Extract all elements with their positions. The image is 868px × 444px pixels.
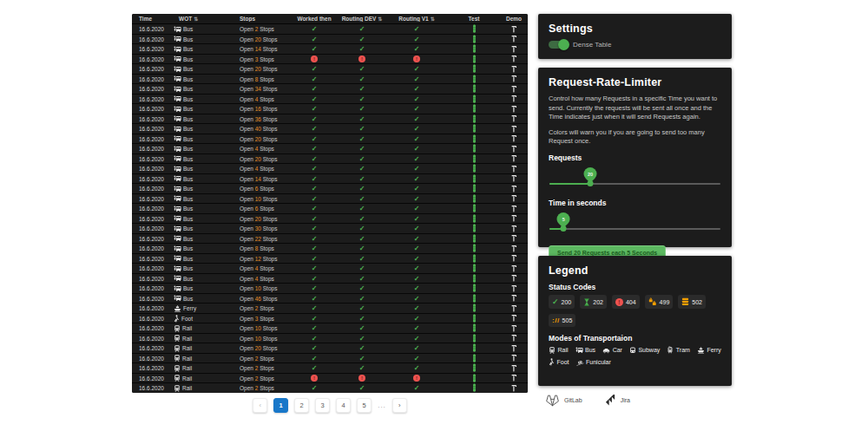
row-test[interactable] <box>448 224 500 233</box>
row-demo[interactable] <box>500 174 528 183</box>
table-row[interactable]: 16.6.2020 Rail Open 2 Stops ! ! ! <box>132 374 528 384</box>
row-test[interactable] <box>448 44 500 54</box>
row-demo[interactable] <box>500 55 528 63</box>
table-row[interactable]: 16.6.2020 Bus Open 6 Stops ✓ ✓ ✓ <box>132 204 528 214</box>
slider-thumb[interactable] <box>560 225 566 232</box>
row-test[interactable] <box>448 254 500 264</box>
row-test[interactable] <box>448 164 500 173</box>
row-demo[interactable] <box>500 95 528 103</box>
row-demo[interactable] <box>500 75 528 83</box>
row-demo[interactable] <box>500 344 528 353</box>
page-button-4[interactable]: 4 <box>336 398 351 413</box>
table-row[interactable]: 16.6.2020 Bus Open 4 Stops ✓ ✓ ✓ <box>132 95 528 105</box>
row-test[interactable] <box>448 204 500 213</box>
table-row[interactable]: 16.6.2020 Bus Open 20 Stops ✓ ✓ ✓ <box>132 64 528 75</box>
row-demo[interactable] <box>500 324 528 333</box>
row-test[interactable] <box>448 363 500 373</box>
page-button-1[interactable]: 1 <box>273 398 288 413</box>
row-test[interactable] <box>448 314 500 323</box>
table-row[interactable]: 16.6.2020 Bus Open 46 Stops ✓ ✓ ✓ <box>132 294 528 304</box>
table-row[interactable]: 16.6.2020 Bus Open 16 Stops ✓ ✓ ✓ <box>132 104 528 114</box>
col-header-routing-dev[interactable]: Routing DEV⇅ <box>339 16 385 22</box>
table-row[interactable]: 16.6.2020 Rail Open 10 Stops ✓ ✓ ✓ <box>132 334 528 344</box>
row-demo[interactable] <box>500 364 528 373</box>
row-test[interactable] <box>448 244 500 253</box>
table-row[interactable]: 16.6.2020 Bus Open 4 Stops ✓ ✓ ✓ <box>132 164 528 174</box>
table-row[interactable]: 16.6.2020 Bus Open 22 Stops ✓ ✓ ✓ <box>132 234 528 245</box>
row-demo[interactable] <box>500 185 528 193</box>
row-test[interactable] <box>448 84 500 94</box>
row-demo[interactable] <box>500 254 528 263</box>
row-test[interactable] <box>448 144 500 153</box>
row-demo[interactable] <box>500 294 528 303</box>
table-row[interactable]: 16.6.2020 Bus Open 40 Stops ✓ ✓ ✓ <box>132 124 528 134</box>
row-demo[interactable] <box>500 384 528 393</box>
table-row[interactable]: 16.6.2020 Bus Open 4 Stops ✓ ✓ ✓ <box>132 264 528 274</box>
table-row[interactable]: 16.6.2020 Bus Open 36 Stops ✓ ✓ ✓ <box>132 114 528 125</box>
row-demo[interactable] <box>500 205 528 213</box>
row-test[interactable] <box>448 334 500 343</box>
row-demo[interactable] <box>500 234 528 243</box>
table-row[interactable]: 16.6.2020 Bus Open 10 Stops ✓ ✓ ✓ <box>132 194 528 205</box>
next-page-button[interactable]: › <box>392 398 407 413</box>
row-test[interactable] <box>448 383 500 393</box>
slider-thumb[interactable] <box>588 180 594 186</box>
table-row[interactable]: 16.6.2020 Rail Open 2 Stops ✓ ✓ ✓ <box>132 354 528 364</box>
row-test[interactable] <box>448 154 500 164</box>
table-row[interactable]: 16.6.2020 Rail Open 2 Stops ✓ ✓ ✓ <box>132 383 528 393</box>
row-demo[interactable] <box>500 165 528 173</box>
table-row[interactable]: 16.6.2020 Bus Open 30 Stops ✓ ✓ ✓ <box>132 224 528 234</box>
table-row[interactable]: 16.6.2020 Bus Open 3 Stops ! ! ! <box>132 55 528 65</box>
dense-table-toggle[interactable] <box>549 41 568 49</box>
row-test[interactable] <box>448 95 500 104</box>
row-test[interactable] <box>448 294 500 304</box>
row-demo[interactable] <box>500 214 528 223</box>
row-test[interactable] <box>448 134 500 144</box>
row-test[interactable] <box>448 343 500 353</box>
page-button-5[interactable]: 5 <box>357 398 372 413</box>
row-test[interactable] <box>448 214 500 224</box>
row-demo[interactable] <box>500 354 528 362</box>
table-row[interactable]: 16.6.2020 Rail Open 20 Stops ✓ ✓ ✓ <box>132 343 528 354</box>
row-demo[interactable] <box>500 274 528 283</box>
row-test[interactable] <box>448 35 500 44</box>
row-test[interactable] <box>448 234 500 244</box>
page-button-3[interactable]: 3 <box>315 398 330 413</box>
row-demo[interactable] <box>500 314 528 323</box>
row-demo[interactable] <box>500 35 528 43</box>
row-demo[interactable] <box>500 25 528 34</box>
row-demo[interactable] <box>500 194 528 203</box>
row-test[interactable] <box>448 323 500 333</box>
requests-slider[interactable]: 20 <box>549 166 720 192</box>
row-test[interactable] <box>448 274 500 284</box>
slider-track[interactable] <box>549 228 720 230</box>
row-test[interactable] <box>448 174 500 184</box>
gitlab-link[interactable]: GitLab <box>545 394 582 407</box>
row-demo[interactable] <box>500 45 528 54</box>
row-test[interactable] <box>448 304 500 313</box>
table-row[interactable]: 16.6.2020 Ferry Open 2 Stops ✓ ✓ ✓ <box>132 304 528 314</box>
row-demo[interactable] <box>500 145 528 153</box>
table-row[interactable]: 16.6.2020 Rail Open 2 Stops ✓ ✓ ✓ <box>132 363 528 374</box>
col-header-routing-v1[interactable]: Routing V1⇅ <box>385 16 448 22</box>
table-row[interactable]: 16.6.2020 Bus Open 8 Stops ✓ ✓ ✓ <box>132 244 528 254</box>
table-row[interactable]: 16.6.2020 Bus Open 20 Stops ✓ ✓ ✓ <box>132 154 528 165</box>
row-demo[interactable] <box>500 154 528 163</box>
row-demo[interactable] <box>500 245 528 253</box>
col-header-wot[interactable]: WOT⇅ <box>172 16 220 22</box>
row-demo[interactable] <box>500 225 528 233</box>
row-demo[interactable] <box>500 85 528 94</box>
table-row[interactable]: 16.6.2020 Bus Open 20 Stops ✓ ✓ ✓ <box>132 214 528 225</box>
table-row[interactable]: 16.6.2020 Bus Open 10 Stops ✓ ✓ ✓ <box>132 284 528 294</box>
row-test[interactable] <box>448 104 500 114</box>
row-test[interactable] <box>448 124 500 134</box>
table-row[interactable]: 16.6.2020 Foot Open 3 Stops ✓ ✓ ✓ <box>132 314 528 324</box>
table-row[interactable]: 16.6.2020 Bus Open 12 Stops ✓ ✓ ✓ <box>132 254 528 264</box>
row-demo[interactable] <box>500 65 528 74</box>
page-button-2[interactable]: 2 <box>294 398 309 413</box>
row-demo[interactable] <box>500 105 528 114</box>
row-test[interactable] <box>448 184 500 193</box>
row-test[interactable] <box>448 374 500 383</box>
row-demo[interactable] <box>500 334 528 343</box>
prev-page-button[interactable]: ‹ <box>253 398 267 413</box>
